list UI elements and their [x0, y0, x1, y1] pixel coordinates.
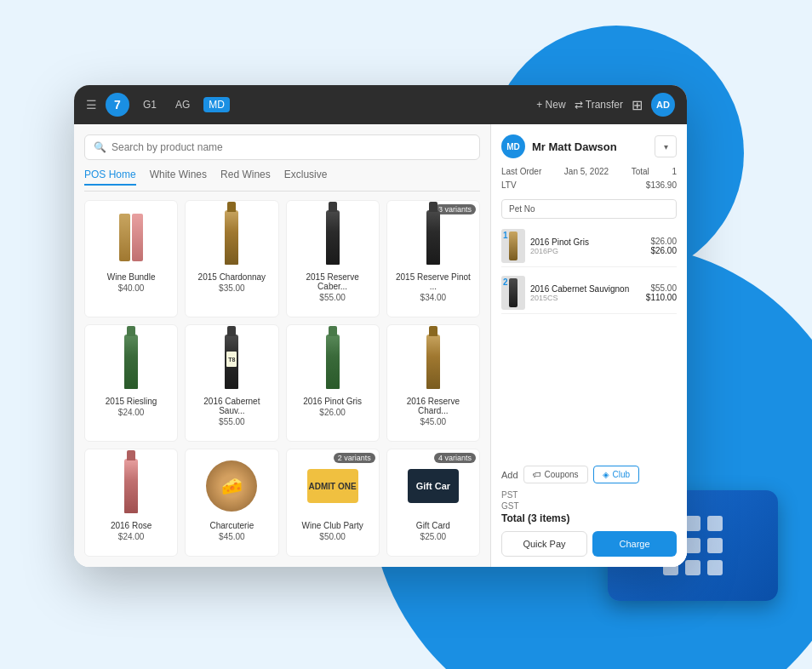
tab-pos-home[interactable]: POS Home [84, 169, 136, 186]
tab-white-wines[interactable]: White Wines [150, 169, 207, 186]
user-avatar[interactable]: AD [651, 93, 675, 117]
wine-bottle [326, 210, 340, 265]
item-total: $110.00 [646, 293, 677, 302]
product-card[interactable]: 2015 Chardonnay $35.00 [185, 200, 278, 317]
new-button[interactable]: + New [536, 99, 565, 111]
order-item-info: 2016 Pinot Gris 2016PG [530, 237, 645, 255]
customer-name: Mr Matt Dawson [532, 140, 648, 153]
product-grid: Wine Bundle $40.00 2015 Chardonnay $35.0… [84, 200, 480, 557]
giftcard-image: Gift Car [408, 469, 459, 503]
product-card[interactable]: 2015 Reserve Caber... $55.00 [286, 200, 380, 317]
product-card[interactable]: 2 variants ADMIT ONE Wine Club Party $50… [286, 449, 380, 557]
quick-pay-button[interactable]: Quick Pay [501, 531, 587, 557]
order-item-info: 2016 Cabernet Sauvignon 2015CS [530, 284, 641, 302]
tab-exclusive[interactable]: Exclusive [284, 169, 328, 186]
topbar-tag-md[interactable]: MD [203, 97, 230, 112]
topbar: ☰ 7 G1 AG MD + New ⇄ Transfer ⊞ AD [74, 85, 687, 124]
product-card[interactable]: 2016 Rose $24.00 [84, 449, 178, 557]
customer-avatar: MD [501, 134, 525, 158]
product-card[interactable]: 4 variants Gift Car Gift Card $25.00 [386, 449, 480, 557]
product-name: 2015 Chardonnay [198, 272, 266, 282]
item-name: 2016 Cabernet Sauvignon [530, 284, 641, 294]
wine-bottle [426, 334, 440, 389]
item-unit-price: $26.00 [650, 237, 677, 246]
product-image [394, 332, 472, 392]
order-item-prices: $55.00 $110.00 [646, 283, 677, 302]
total-label: Total [632, 165, 649, 179]
variant-badge: 2 variants [334, 453, 375, 463]
ltv-label: LTV [501, 179, 517, 192]
search-icon: 🔍 [94, 141, 106, 153]
item-qty: 1 [503, 231, 508, 240]
last-order-label: Last Order [501, 165, 541, 179]
card-dot [707, 560, 723, 575]
coupons-button[interactable]: 🏷 Coupons [523, 466, 588, 483]
product-name: Gift Card [416, 521, 450, 530]
product-price: $34.00 [420, 293, 447, 302]
product-card[interactable]: 3 variants 2015 Reserve Pinot ... $34.00 [386, 200, 480, 317]
item-unit-price: $55.00 [650, 283, 677, 293]
main-content: 🔍 POS Home White Wines Red Wines Exclusi… [74, 124, 687, 567]
product-image: T8 [192, 332, 271, 392]
product-name: 2016 Pinot Gris [303, 397, 362, 406]
product-card[interactable]: Wine Bundle $40.00 [84, 200, 178, 317]
product-card[interactable]: T8 2016 Cabernet Sauv... $55.00 [185, 324, 278, 442]
card-dot [685, 560, 700, 575]
product-image [92, 332, 170, 392]
last-order-row: Last Order Jan 5, 2022 Total 1 [501, 165, 677, 179]
product-name: Wine Club Party [302, 521, 363, 530]
gst-label: GST [501, 501, 677, 511]
ltv-value: $136.90 [646, 179, 677, 192]
order-item[interactable]: 2 2016 Cabernet Sauvignon 2015CS $55.00 … [501, 272, 677, 314]
search-input[interactable] [112, 141, 471, 153]
add-label: Add [501, 470, 518, 480]
search-bar: 🔍 [84, 134, 480, 160]
grid-icon[interactable]: ⊞ [632, 97, 643, 113]
order-item[interactable]: 1 2016 Pinot Gris 2016PG $26.00 $26.00 [501, 226, 677, 267]
ticket-image: ADMIT ONE [307, 469, 358, 503]
last-order-date: Jan 5, 2022 [564, 165, 609, 179]
item-total: $26.00 [650, 246, 677, 255]
charge-button[interactable]: Charge [592, 531, 677, 557]
topbar-tag-g1[interactable]: G1 [138, 97, 162, 112]
thumb-bottle [509, 232, 518, 260]
customer-dropdown-button[interactable]: ▾ [655, 135, 677, 157]
product-image [294, 208, 372, 267]
product-price: $25.00 [420, 532, 447, 541]
item-sku: 2016PG [530, 247, 645, 255]
variant-badge: 3 variants [434, 204, 476, 214]
pet-value: No [524, 204, 535, 214]
product-price: $24.00 [118, 532, 145, 541]
add-section: Add 🏷 Coupons ◈ Club [501, 466, 677, 483]
topbar-tag-ag[interactable]: AG [170, 97, 195, 112]
action-buttons: Quick Pay Charge [501, 531, 677, 557]
product-name: 2015 Reserve Pinot ... [394, 272, 472, 291]
variant-badge: 4 variants [434, 453, 476, 463]
card-dot [685, 516, 700, 531]
customer-meta: Last Order Jan 5, 2022 Total 1 LTV $136.… [501, 165, 677, 192]
club-button[interactable]: ◈ Club [593, 466, 640, 483]
product-price: $26.00 [319, 408, 346, 417]
product-card[interactable]: 2016 Pinot Gris $26.00 [286, 324, 380, 442]
item-qty: 2 [503, 277, 508, 287]
product-image [92, 456, 170, 516]
product-name: 2016 Reserve Chard... [394, 397, 472, 415]
tab-red-wines[interactable]: Red Wines [220, 169, 271, 186]
product-image [192, 208, 271, 267]
product-name: Charcuterie [210, 521, 254, 530]
wine-bottle [426, 210, 440, 265]
product-card[interactable]: 🧀 Charcuterie $45.00 [185, 449, 278, 557]
product-card[interactable]: 2016 Reserve Chard... $45.00 [386, 324, 480, 442]
product-price: $45.00 [219, 532, 245, 541]
product-card[interactable]: 2015 Riesling $24.00 [84, 324, 178, 442]
wine-bottle [225, 210, 238, 265]
transfer-button[interactable]: ⇄ Transfer [575, 99, 623, 111]
app-logo: 7 [106, 93, 129, 117]
pet-row: Pet No [501, 199, 677, 219]
card-dot [707, 538, 723, 553]
total-value: 1 [672, 165, 677, 179]
item-sku: 2015CS [530, 294, 641, 302]
bundle-image [119, 214, 143, 261]
product-name: 2016 Rose [111, 521, 152, 530]
hamburger-icon[interactable]: ☰ [86, 98, 97, 112]
